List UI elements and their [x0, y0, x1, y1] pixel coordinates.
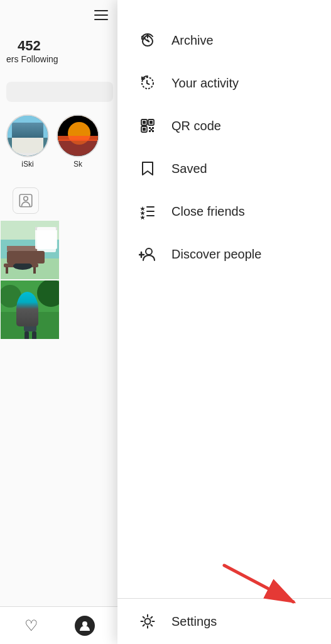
svg-marker-59	[140, 215, 145, 219]
svg-point-63	[146, 248, 152, 255]
profile-placeholder-icon	[13, 187, 39, 214]
profile-icon-area	[0, 175, 119, 220]
svg-marker-58	[140, 211, 145, 215]
search-bar[interactable]	[6, 82, 113, 102]
menu-item-saved[interactable]: Saved	[117, 147, 331, 190]
svg-rect-21	[1, 258, 60, 280]
svg-rect-25	[23, 251, 25, 260]
highlight-circle-iski	[6, 114, 49, 157]
dropdown-menu-overlay: Archive Your activity	[117, 0, 331, 644]
photo-dock	[1, 221, 60, 280]
followers-partial: ers	[6, 54, 18, 64]
svg-rect-51	[143, 128, 146, 131]
close-friends-svg	[139, 203, 156, 220]
settings-svg	[139, 613, 156, 630]
svg-rect-26	[29, 251, 31, 260]
svg-rect-54	[149, 130, 151, 132]
left-panel: 452 ers Following	[0, 0, 119, 644]
menu-item-qrcode[interactable]: QR code	[117, 104, 331, 147]
saved-icon	[138, 158, 158, 179]
qrcode-svg	[139, 117, 156, 135]
svg-rect-47	[143, 121, 146, 124]
svg-rect-27	[35, 227, 57, 249]
svg-rect-41	[32, 331, 36, 340]
svg-point-3	[19, 130, 26, 136]
dropdown-menu: Archive Your activity	[117, 0, 331, 309]
activity-svg	[139, 74, 156, 92]
hamburger-button[interactable]	[94, 10, 108, 20]
svg-rect-55	[152, 130, 154, 132]
photo-cell-girl[interactable]	[0, 280, 60, 340]
archive-icon	[138, 30, 158, 50]
stats-area: 452 ers Following	[0, 26, 119, 70]
discover-svg	[139, 245, 156, 263]
avatar-icon[interactable]	[75, 616, 95, 636]
photo-row-1	[0, 220, 119, 280]
discover-icon	[138, 244, 158, 264]
discover-label: Discover people	[171, 247, 261, 262]
svg-point-37	[23, 299, 38, 314]
activity-icon	[138, 73, 158, 93]
photo-row-2	[0, 280, 119, 340]
svg-rect-49	[149, 121, 153, 124]
close-friends-label: Close friends	[171, 204, 245, 219]
svg-rect-28	[35, 227, 57, 230]
bottom-nav: ♡	[0, 606, 119, 644]
svg-rect-6	[22, 146, 24, 152]
saved-label: Saved	[171, 162, 207, 176]
svg-rect-39	[24, 316, 36, 331]
highlight-image-iski	[8, 116, 49, 157]
activity-label: Your activity	[171, 76, 239, 91]
photo-cell-dock[interactable]	[0, 220, 60, 280]
svg-point-66	[145, 619, 151, 625]
svg-marker-57	[140, 206, 145, 211]
saved-svg	[139, 160, 156, 177]
svg-point-38	[24, 303, 36, 314]
highlights-row: iSki Sk	[0, 108, 119, 175]
hamburger-area	[0, 0, 119, 26]
svg-rect-5	[18, 146, 21, 152]
highlight-item-iski[interactable]: iSki	[6, 114, 49, 169]
svg-point-43	[82, 621, 87, 626]
svg-rect-9	[28, 145, 31, 151]
heart-icon[interactable]: ♡	[24, 617, 38, 635]
menu-item-discover[interactable]: Discover people	[117, 233, 331, 275]
svg-rect-40	[24, 331, 29, 340]
settings-icon	[138, 611, 158, 631]
svg-rect-16	[58, 136, 99, 141]
settings-row[interactable]: Settings	[117, 599, 331, 644]
svg-rect-15	[58, 140, 99, 157]
svg-rect-2	[8, 150, 49, 157]
following-label: Following	[21, 54, 58, 64]
svg-rect-56	[151, 129, 153, 131]
photo-grid	[0, 220, 119, 340]
menu-item-close-friends[interactable]: Close friends	[117, 190, 331, 233]
photo-girl	[1, 280, 60, 340]
settings-label: Settings	[171, 614, 217, 629]
svg-rect-8	[30, 135, 35, 145]
svg-rect-30	[6, 267, 8, 274]
svg-rect-22	[7, 246, 38, 251]
archive-svg	[139, 31, 156, 49]
svg-rect-0	[8, 116, 49, 157]
menu-item-archive[interactable]: Archive	[117, 19, 331, 62]
svg-rect-23	[10, 251, 13, 260]
svg-rect-4	[20, 136, 25, 146]
highlight-label-sk2: Sk	[73, 160, 82, 169]
qrcode-icon	[138, 116, 158, 136]
highlight-label-iski: iSki	[21, 160, 33, 169]
svg-rect-53	[152, 127, 154, 129]
highlight-circle-sk2	[57, 114, 99, 157]
svg-rect-24	[16, 251, 19, 260]
close-friends-icon	[138, 201, 158, 221]
svg-point-7	[30, 129, 36, 135]
qrcode-label: QR code	[171, 119, 221, 133]
archive-label: Archive	[171, 33, 214, 48]
following-count: 452	[18, 39, 113, 53]
avatar-image	[77, 618, 92, 633]
svg-point-44	[147, 40, 149, 42]
highlight-item-sk2[interactable]: Sk	[57, 114, 99, 169]
svg-rect-31	[33, 267, 36, 274]
highlight-image-sk2	[58, 116, 99, 157]
menu-item-activity[interactable]: Your activity	[117, 62, 331, 104]
